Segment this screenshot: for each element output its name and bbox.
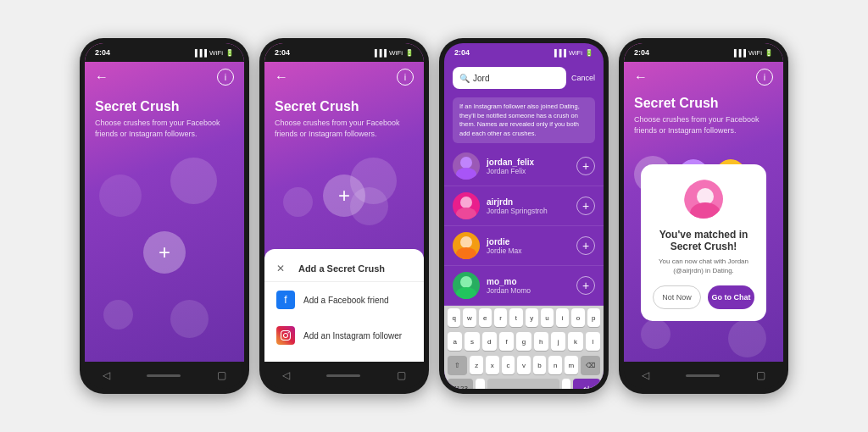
- back-arrow-1[interactable]: ←: [95, 69, 108, 85]
- key-enter[interactable]: ↵: [573, 379, 600, 389]
- add-result-button-1[interactable]: +: [576, 197, 595, 215]
- search-input-text[interactable]: Jord: [473, 74, 489, 83]
- key-num[interactable]: 7123: [448, 379, 473, 389]
- nav-back-2[interactable]: ◁: [282, 369, 290, 381]
- phone-2-subtitle: Choose crushes from your Facebook friend…: [275, 118, 414, 139]
- phone-3-screen: 2:04 ▐▐▐ WiFi 🔋 🔍 Jord Cancel If an Inst…: [444, 43, 604, 389]
- key-g[interactable]: g: [516, 332, 531, 351]
- key-space[interactable]: [487, 379, 559, 389]
- status-icons-4: ▐▐▐ WiFi 🔋: [732, 49, 773, 57]
- result-item-2[interactable]: jordie Jordie Max +: [444, 226, 604, 266]
- key-e[interactable]: e: [479, 308, 492, 327]
- nav-back-1[interactable]: ◁: [103, 369, 110, 381]
- result-item-3[interactable]: mo_mo Jordan Momo +: [444, 266, 604, 306]
- key-i[interactable]: i: [556, 308, 569, 327]
- result-info-2: jordie Jordie Max: [487, 237, 570, 255]
- add-crush-button-1[interactable]: +: [143, 231, 186, 274]
- home-indicator-2[interactable]: [326, 374, 360, 377]
- keyboard-row-2: a s d f g h j k l: [444, 330, 604, 353]
- key-b[interactable]: b: [533, 356, 547, 374]
- wifi-icon-2: WiFi: [389, 49, 403, 57]
- svg-point-1: [456, 168, 476, 180]
- cancel-search-button[interactable]: Cancel: [571, 74, 595, 82]
- key-period[interactable]: .: [562, 379, 571, 389]
- result-avatar-3: [453, 272, 480, 299]
- bubble-4-2: [641, 319, 670, 349]
- nav-square-1[interactable]: ▢: [217, 369, 226, 381]
- add-crush-modal: ✕ Add a Secret Crush f Add a Facebook fr…: [264, 249, 424, 362]
- svg-point-7: [456, 287, 476, 299]
- phone-3-bg: 2:04 ▐▐▐ WiFi 🔋 🔍 Jord Cancel If an Inst…: [444, 43, 604, 389]
- key-y[interactable]: y: [526, 308, 538, 327]
- result-name-0: Jordan Felix: [487, 167, 570, 175]
- home-indicator-4[interactable]: [686, 374, 720, 377]
- go-to-chat-button[interactable]: Go to Chat: [708, 285, 754, 309]
- search-header: 🔍 Jord Cancel: [444, 62, 604, 94]
- nav-square-2[interactable]: ▢: [397, 369, 406, 381]
- add-crush-button-2[interactable]: +: [323, 174, 365, 217]
- result-avatar-2: [453, 232, 480, 259]
- key-shift[interactable]: ⇧: [448, 356, 467, 374]
- signal-icon-1: ▐▐▐: [192, 49, 207, 57]
- add-result-button-2[interactable]: +: [576, 236, 595, 255]
- modal-close-button[interactable]: ✕: [276, 263, 285, 274]
- key-p[interactable]: p: [587, 308, 600, 327]
- nav-back-4[interactable]: ◁: [642, 369, 649, 381]
- key-l[interactable]: l: [586, 332, 600, 351]
- bottom-nav-4: ◁ ▢: [624, 362, 783, 389]
- key-c[interactable]: c: [502, 356, 515, 374]
- key-s[interactable]: s: [465, 332, 479, 351]
- search-bar[interactable]: 🔍 Jord: [453, 67, 566, 89]
- key-d[interactable]: d: [482, 332, 497, 351]
- back-arrow-2[interactable]: ←: [275, 69, 288, 85]
- nav-square-4[interactable]: ▢: [756, 369, 765, 381]
- time-4: 2:04: [634, 48, 649, 57]
- match-subtitle: You can now chat with Jordan (@airjrdn) …: [653, 257, 754, 275]
- add-result-button-0[interactable]: +: [576, 157, 595, 175]
- add-instagram-follower-option[interactable]: Add an Instagram follower: [264, 318, 424, 353]
- key-r[interactable]: r: [494, 308, 507, 327]
- key-h[interactable]: h: [534, 332, 548, 351]
- key-o[interactable]: o: [571, 308, 584, 327]
- key-t[interactable]: t: [509, 308, 522, 327]
- search-icon: 🔍: [459, 74, 470, 83]
- key-comma[interactable]: ,: [476, 379, 485, 389]
- result-info-0: jordan_felix Jordan Felix: [487, 158, 570, 175]
- back-arrow-4[interactable]: ←: [634, 69, 648, 85]
- key-delete[interactable]: ⌫: [581, 356, 600, 374]
- home-indicator-1[interactable]: [147, 374, 181, 377]
- info-icon-2[interactable]: i: [397, 69, 414, 86]
- svg-point-3: [456, 208, 476, 219]
- key-f[interactable]: f: [499, 332, 514, 351]
- key-x[interactable]: x: [486, 356, 499, 374]
- key-m[interactable]: m: [565, 356, 578, 374]
- key-w[interactable]: w: [463, 308, 476, 327]
- key-a[interactable]: a: [448, 332, 462, 351]
- add-instagram-label: Add an Instagram follower: [303, 331, 402, 341]
- svg-point-4: [460, 236, 472, 248]
- keyboard-row-3: ⇧ z x c v b n m ⌫: [444, 353, 604, 377]
- key-q[interactable]: q: [448, 308, 460, 327]
- result-item-0[interactable]: jordan_felix Jordan Felix +: [444, 147, 604, 186]
- match-avatar: [682, 178, 725, 220]
- add-facebook-friend-option[interactable]: f Add a Facebook friend: [264, 282, 424, 318]
- svg-point-0: [460, 157, 472, 169]
- not-now-button[interactable]: Not Now: [653, 285, 701, 309]
- result-avatar-0: [453, 152, 480, 180]
- wifi-icon-4: WiFi: [748, 49, 762, 57]
- add-result-button-3[interactable]: +: [576, 276, 595, 295]
- info-banner: If an Instagram follower also joined Dat…: [453, 97, 595, 143]
- keyboard: q w e r t y u i o p a s d: [444, 306, 604, 389]
- info-icon-1[interactable]: i: [217, 69, 234, 86]
- key-j[interactable]: j: [551, 332, 565, 351]
- info-icon-4[interactable]: i: [756, 69, 773, 86]
- key-z[interactable]: z: [470, 356, 483, 374]
- result-item-1[interactable]: airjrdn Jordan Springstroh +: [444, 186, 604, 226]
- key-k[interactable]: k: [568, 332, 582, 351]
- key-n[interactable]: n: [548, 356, 562, 374]
- bubble-4-1: [728, 319, 766, 357]
- key-v[interactable]: v: [517, 356, 531, 374]
- key-u[interactable]: u: [541, 308, 554, 327]
- phone-4-screen: 2:04 ▐▐▐ WiFi 🔋 ← i Secret Crush Choose …: [624, 43, 783, 389]
- time-1: 2:04: [95, 48, 110, 57]
